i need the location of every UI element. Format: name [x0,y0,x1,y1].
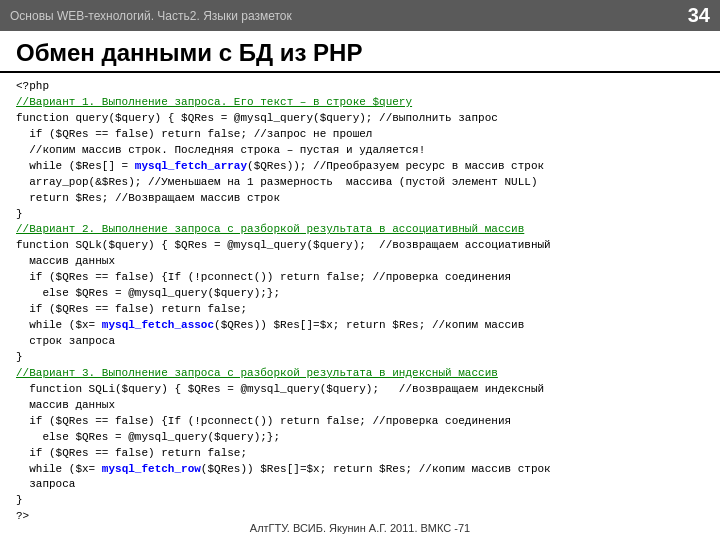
code-line-21: массив данных [16,398,704,414]
code-line-10: //Вариант 2. Выполнение запроса с разбор… [16,222,704,238]
code-line-2: //Вариант 1. Выполнение запроса. Его тек… [16,95,704,111]
code-line-20: function SQLi($query) { $QRes = @mysql_q… [16,382,704,398]
code-line-19: //Вариант 3. Выполнение запроса с разбор… [16,366,704,382]
code-line-16: while ($x= mysql_fetch_assoc($QRes)) $Re… [16,318,704,334]
code-line-14: else $QRes = @mysql_query($query);}; [16,286,704,302]
footer: АлтГТУ. ВСИБ. Якунин А.Г. 2011. ВМКС -71 [0,522,720,534]
code-area: <?php //Вариант 1. Выполнение запроса. Е… [0,79,720,525]
code-line-9: } [16,207,704,223]
code-line-25: while ($x= mysql_fetch_row($QRes)) $Res[… [16,462,704,478]
code-line-15: if ($QRes == false) return false; [16,302,704,318]
code-line-27: } [16,493,704,509]
code-line-12: массив данных [16,254,704,270]
header-bar: Основы WEB-технологий. Часть2. Языки раз… [0,0,720,31]
header-title: Основы WEB-технологий. Часть2. Языки раз… [10,9,292,23]
code-line-5: //копим массив строк. Последняя строка –… [16,143,704,159]
code-line-18: } [16,350,704,366]
code-line-24: if ($QRes == false) return false; [16,446,704,462]
code-line-3: function query($query) { $QRes = @mysql_… [16,111,704,127]
code-line-17: строк запроса [16,334,704,350]
code-line-7: array_pop(&$Res); //Уменьшаем на 1 разме… [16,175,704,191]
code-line-6: while ($Res[] = mysql_fetch_array($QRes)… [16,159,704,175]
code-line-1: <?php [16,79,704,95]
code-line-22: if ($QRes == false) {If (!pconnect()) re… [16,414,704,430]
code-line-11: function SQLk($query) { $QRes = @mysql_q… [16,238,704,254]
footer-text: АлтГТУ. ВСИБ. Якунин А.Г. 2011. ВМКС -71 [250,522,470,534]
slide-title: Обмен данными с БД из PHP [0,31,720,73]
code-line-8: return $Res; //Возвращаем массив строк [16,191,704,207]
code-line-4: if ($QRes == false) return false; //запр… [16,127,704,143]
slide-number: 34 [688,4,710,27]
code-line-23: else $QRes = @mysql_query($query);}; [16,430,704,446]
code-line-13: if ($QRes == false) {If (!pconnect()) re… [16,270,704,286]
code-line-26: запроса [16,477,704,493]
